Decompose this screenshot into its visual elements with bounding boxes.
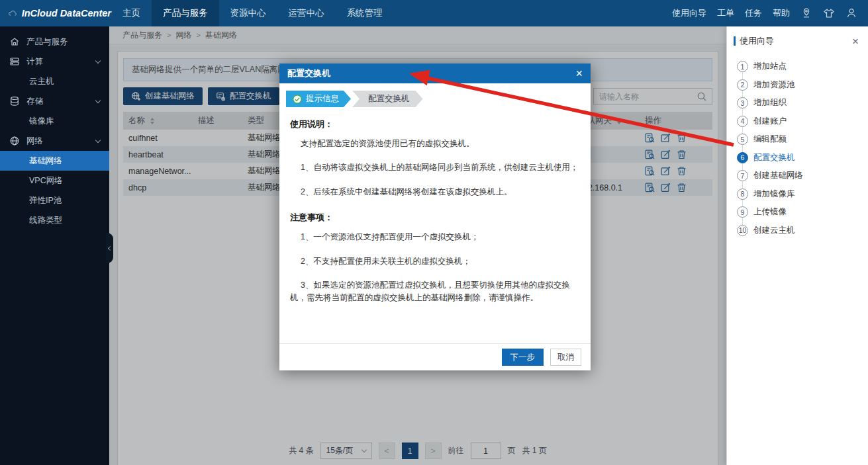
sidebar-item-basic-network[interactable]: 基础网络	[0, 151, 109, 171]
step-number: 8	[737, 189, 748, 200]
nav-products-services[interactable]: 产品与服务	[152, 0, 219, 26]
step-tip-info[interactable]: 提示信息	[286, 91, 351, 107]
dialog-title: 配置交换机	[287, 67, 330, 79]
nav-work-order-link[interactable]: 工单	[717, 7, 734, 19]
sidebar-label: 计算	[26, 56, 89, 67]
guide-step-create-cloud-host[interactable]: 10 创建云主机	[727, 222, 868, 240]
guide-step-create-account[interactable]: 4 创建账户	[727, 112, 868, 131]
step-label: 配置交换机	[753, 152, 795, 163]
sidebar-label: 基础网络	[29, 155, 100, 167]
notes-title: 注意事项：	[290, 212, 580, 224]
app-logo[interactable]: InCloud DataCenter	[0, 0, 111, 26]
sidebar-item-image-library[interactable]: 镜像库	[0, 111, 109, 131]
step-label: 创建云主机	[753, 225, 795, 236]
note-item: 3、如果选定的资源池配置过虚拟交换机，且想要切换使用其他的虚拟交换机，需先将当前…	[290, 279, 580, 305]
main-menu: 主页 产品与服务 资源中心 运营中心 系统管理	[111, 0, 394, 26]
nav-system-management[interactable]: 系统管理	[336, 0, 394, 26]
sidebar-item-products-services[interactable]: 产品与服务	[0, 32, 109, 52]
step-label: 配置交换机	[368, 93, 410, 105]
nav-home[interactable]: 主页	[111, 0, 152, 26]
cloud-logo-icon	[8, 6, 18, 21]
top-navbar: InCloud DataCenter 主页 产品与服务 资源中心 运营中心 系统…	[0, 0, 868, 26]
sidebar-label: 网络	[26, 136, 89, 147]
check-circle-icon	[293, 95, 302, 104]
logo-text: InCloud DataCenter	[22, 8, 111, 19]
usage-item: 2、后续在系统中创建基础网络将创建在该虚拟交换机上。	[290, 186, 580, 198]
guide-step-add-site[interactable]: 1 增加站点	[727, 58, 868, 76]
sidebar-label: 存储	[26, 96, 89, 107]
chevron-down-icon	[95, 137, 101, 142]
nav-help-link[interactable]: 帮助	[773, 7, 790, 19]
guide-steps: 1 增加站点 2 增加资源池 3 增加组织 4 创建账户 5 编辑配额 6 配置…	[727, 58, 868, 239]
nav-usage-guide-link[interactable]: 使用向导	[672, 7, 706, 19]
left-sidebar: 产品与服务 计算 云主机 存储 镜像库 网络 基础网络 VPC网络 弹性IP池	[0, 26, 109, 465]
sidebar-item-elastic-ip-pool[interactable]: 弹性IP池	[0, 190, 109, 210]
nav-operations-center[interactable]: 运营中心	[277, 0, 336, 26]
step-label: 增加资源池	[753, 79, 795, 91]
usage-guide-panel: 使用向导 × 1 增加站点 2 增加资源池 3 增加组织 4 创建账户 5 编辑…	[726, 26, 868, 465]
guide-header: 使用向导 ×	[727, 26, 868, 47]
guide-step-create-basic-network[interactable]: 7 创建基础网络	[727, 167, 868, 185]
globe-icon	[9, 136, 20, 146]
note-item: 1、一个资源池仅支持配置使用一个虚拟交换机；	[290, 231, 580, 243]
theme-shirt-icon[interactable]	[823, 7, 835, 19]
database-icon	[9, 96, 20, 106]
configure-switch-dialog: 配置交换机 × 提示信息 配置交换机 使用说明： 支持配置选定的资源池使用已有的…	[279, 63, 591, 370]
dialog-steps: 提示信息 配置交换机	[286, 91, 584, 107]
usage-intro: 支持配置选定的资源池使用已有的虚拟交换机。	[290, 138, 580, 150]
sidebar-item-line-type[interactable]: 线路类型	[0, 210, 109, 230]
sidebar-label: 镜像库	[29, 116, 100, 127]
step-configure-switch[interactable]: 配置交换机	[352, 91, 423, 107]
chevron-down-icon	[95, 97, 101, 103]
step-number: 2	[737, 79, 748, 91]
guide-step-edit-quota[interactable]: 5 编辑配额	[727, 130, 868, 149]
sidebar-label: VPC网络	[29, 175, 100, 187]
dialog-footer: 下一步 取消	[279, 343, 591, 370]
step-label: 增加组织	[753, 97, 787, 108]
sidebar-group-storage[interactable]: 存储	[0, 91, 109, 111]
sidebar-label: 线路类型	[29, 215, 100, 226]
usage-item: 1、自动将该虚拟交换机上的基础网络同步到当前系统，供创建云主机使用；	[290, 161, 580, 174]
nav-resource-center[interactable]: 资源中心	[219, 0, 277, 26]
step-label: 创建基础网络	[753, 170, 803, 181]
sidebar-label: 产品与服务	[26, 36, 100, 48]
guide-step-configure-switch[interactable]: 6 配置交换机	[727, 149, 868, 167]
guide-step-add-image-library[interactable]: 8 增加镜像库	[727, 185, 868, 204]
dialog-header: 配置交换机 ×	[279, 63, 591, 83]
cancel-button[interactable]: 取消	[550, 349, 581, 366]
sidebar-item-vpc-network[interactable]: VPC网络	[0, 171, 109, 190]
guide-title: 使用向导	[740, 35, 774, 47]
step-number: 3	[737, 97, 748, 108]
chevron-down-icon	[95, 58, 101, 63]
step-number: 6	[737, 152, 748, 163]
storefront-icon	[9, 36, 20, 47]
dialog-close-icon[interactable]: ×	[575, 67, 583, 79]
sidebar-group-compute[interactable]: 计算	[0, 52, 109, 71]
guide-step-add-organization[interactable]: 3 增加组织	[727, 94, 868, 112]
navbar-right: 使用向导 工单 任务 帮助	[672, 0, 868, 26]
step-label: 创建账户	[753, 116, 787, 127]
next-step-button[interactable]: 下一步	[502, 349, 544, 366]
step-number: 5	[737, 134, 748, 145]
step-label: 编辑配额	[753, 134, 787, 145]
dialog-body: 使用说明： 支持配置选定的资源池使用已有的虚拟交换机。 1、自动将该虚拟交换机上…	[279, 107, 591, 305]
title-accent-bar	[734, 36, 736, 46]
step-number: 7	[737, 170, 748, 181]
user-icon[interactable]	[845, 7, 857, 19]
guide-step-add-resource-pool[interactable]: 2 增加资源池	[727, 76, 868, 95]
guide-step-upload-image[interactable]: 9 上传镜像	[727, 203, 868, 222]
step-label: 提示信息	[306, 93, 339, 105]
step-number: 10	[737, 225, 748, 236]
step-label: 增加站点	[753, 61, 787, 72]
guide-close-icon[interactable]: ×	[852, 36, 859, 47]
sidebar-group-network[interactable]: 网络	[0, 131, 109, 151]
step-label: 增加镜像库	[753, 189, 795, 200]
sidebar-label: 弹性IP池	[29, 195, 100, 206]
nav-tasks-link[interactable]: 任务	[745, 7, 762, 19]
step-label: 上传镜像	[753, 206, 787, 218]
sidebar-item-cloud-hosts[interactable]: 云主机	[0, 71, 109, 91]
step-number: 4	[737, 116, 748, 127]
note-item: 2、不支持配置使用未关联主机的虚拟交换机；	[290, 255, 580, 268]
location-pin-icon[interactable]	[800, 7, 812, 19]
sidebar-label: 云主机	[29, 76, 100, 87]
